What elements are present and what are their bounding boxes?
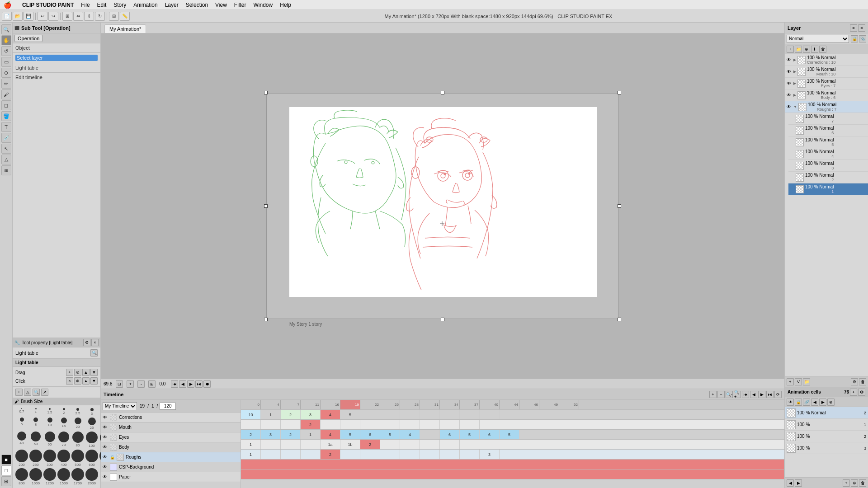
cell-eyes-2[interactable]: 2 — [281, 430, 301, 439]
handle-br[interactable] — [618, 318, 621, 321]
cell-eyes-1[interactable]: 3 — [261, 430, 281, 439]
cell-corr-12[interactable] — [480, 410, 500, 419]
fold-mouth[interactable]: ▶ — [793, 70, 796, 74]
cell-roughs-8[interactable] — [400, 450, 420, 459]
cell-corr-0[interactable]: 10 — [241, 410, 261, 419]
cell-roughs-12[interactable]: 3 — [480, 450, 500, 459]
cell-mouth-7[interactable] — [380, 420, 400, 429]
tl-play[interactable]: ▶ — [758, 391, 765, 398]
tl-add[interactable]: + — [709, 391, 717, 398]
brush-size-1500[interactable]: 1500 — [57, 468, 70, 485]
operation-button[interactable]: Operation — [14, 35, 42, 42]
layer-roughs-6[interactable]: 100 % Normal 6 — [788, 125, 868, 136]
canvas-tab[interactable]: My Animation* — [104, 24, 146, 33]
layer-mouth[interactable]: 👁 ▶ 100 % Normal Mouth : 10 — [785, 66, 868, 78]
cell-eyes-12[interactable]: 6 — [480, 430, 500, 439]
handle-bm[interactable] — [441, 318, 444, 321]
lm-btn1[interactable]: ◀ — [787, 479, 794, 487]
cell-paper[interactable] — [241, 469, 784, 479]
flip-v-btn[interactable]: ⇕ — [84, 12, 94, 21]
cell-roughs-11[interactable] — [460, 450, 480, 459]
cell-eyes-13[interactable]: 5 — [500, 430, 519, 439]
timeline-track-area[interactable]: 0 4 7 11 16 19 22 25 28 31 — [241, 400, 784, 488]
cell-body-7[interactable] — [380, 440, 400, 449]
brush-size-1700[interactable]: 1700 — [71, 468, 84, 485]
brush-size-250[interactable]: 250 — [29, 450, 42, 467]
cell-mouth-9[interactable] — [420, 420, 440, 429]
zoom-out[interactable]: - — [137, 380, 145, 388]
cell-corr-6[interactable] — [360, 410, 380, 419]
cell-roughs-0[interactable]: 1 — [241, 450, 261, 459]
cell-eyes-8[interactable]: 4 — [400, 430, 420, 439]
layer-eye-eyes[interactable]: 👁 — [787, 81, 792, 86]
eyedrop-tool[interactable]: 💉 — [1, 133, 11, 143]
fold-corrections[interactable]: ▶ — [793, 58, 796, 62]
layer-roughs-1[interactable]: 100 % Normal 1 — [788, 183, 868, 195]
layer-merge-down[interactable]: ⬇ — [811, 46, 818, 53]
cell-eyes-11[interactable]: 5 — [460, 430, 480, 439]
layer-corrections[interactable]: 👁 ▶ 100 % Normal Corrections : 10 — [785, 54, 868, 66]
light-table-label[interactable]: Light table — [15, 65, 98, 70]
cell-body-1[interactable] — [261, 440, 281, 449]
menu-app[interactable]: CLIP STUDIO PAINT — [22, 2, 74, 8]
brush-size-80[interactable]: 80 — [71, 432, 84, 448]
brush-size-40[interactable]: 40 — [15, 432, 28, 448]
grid-toggle[interactable]: ⊞ — [148, 380, 156, 388]
drag-btn4[interactable]: ▼ — [90, 369, 98, 376]
menu-window[interactable]: Window — [254, 2, 273, 8]
layer-settings[interactable]: ⚙ — [851, 378, 858, 385]
brush-size-2[interactable]: 2 — [57, 408, 70, 416]
layer-roughs-7[interactable]: 100 % Normal 7 — [788, 113, 868, 125]
brush-size-20[interactable]: 20 — [71, 418, 84, 430]
cell-roughs-10[interactable] — [440, 450, 460, 459]
foreground-color[interactable]: ■ — [1, 455, 11, 465]
layer-eyes[interactable]: 👁 ▶ 100 % Normal Eyes : 7 — [785, 78, 868, 89]
tool-property-options[interactable]: ⚙ — [83, 339, 90, 346]
menu-animation[interactable]: Animation — [133, 2, 157, 8]
cell-corr-4[interactable]: 4 — [321, 410, 340, 419]
cell-body-5[interactable]: 1b — [340, 440, 360, 449]
cell-corr-11[interactable] — [460, 410, 480, 419]
cell-roughs-9[interactable] — [420, 450, 440, 459]
flip-h-btn[interactable]: ⇔ — [73, 12, 83, 21]
fold-eyes[interactable]: ▶ — [793, 81, 796, 85]
handle-tl[interactable] — [264, 91, 268, 94]
timeline-name-select[interactable]: My Timeline — [103, 402, 137, 410]
brush-size-10[interactable]: 10 — [43, 418, 56, 430]
brush-size-5[interactable]: 5 — [15, 418, 28, 430]
cell-mouth-5[interactable] — [340, 420, 360, 429]
tl-eye-roughs[interactable]: 👁 — [103, 455, 108, 460]
click-btn1[interactable]: × — [66, 377, 73, 385]
lt-btn2[interactable]: △ — [24, 389, 31, 396]
open-btn[interactable]: 📂 — [13, 12, 23, 21]
cell-eyes-0[interactable]: 2 — [241, 430, 261, 439]
anim-settings[interactable]: ⚙ — [858, 389, 865, 396]
tl-zoom-out[interactable]: 🔍- — [726, 391, 733, 398]
anim-add[interactable]: + — [850, 389, 857, 396]
select-layer-label[interactable]: Select layer — [15, 55, 98, 61]
brush-size-50[interactable]: 50 — [29, 432, 42, 448]
anim-next-frame[interactable]: ▶ — [819, 399, 826, 406]
play-back[interactable]: ◀ — [179, 380, 186, 388]
lt-btn3[interactable]: 🔍 — [33, 389, 40, 396]
drag-btn2[interactable]: ⊙ — [74, 369, 81, 376]
ruler-btn[interactable]: 📏 — [120, 12, 130, 21]
canvas-drawing-area[interactable] — [289, 107, 597, 297]
cell-eyes-9[interactable] — [420, 430, 440, 439]
menu-edit[interactable]: Edit — [97, 2, 107, 8]
handle-tm[interactable] — [441, 91, 444, 94]
tl-eye-paper[interactable]: 👁 — [103, 474, 108, 480]
shape-tool[interactable]: △ — [1, 155, 11, 164]
brush-size-70[interactable]: 70 — [57, 432, 70, 448]
cell-eyes-10[interactable]: 6 — [440, 430, 460, 439]
rotate-tool[interactable]: ↺ — [1, 46, 11, 56]
cell-body-0[interactable]: 1 — [241, 440, 261, 449]
brush-size-500[interactable]: 500 — [71, 450, 84, 467]
brush-size-400[interactable]: 400 — [57, 450, 70, 467]
menu-file[interactable]: File — [81, 2, 90, 8]
cell-roughs-3[interactable] — [301, 450, 321, 459]
lm-copy[interactable]: ⊕ — [851, 479, 858, 487]
brush-size-200[interactable]: 200 — [15, 450, 28, 467]
menu-selection[interactable]: Selection — [186, 2, 208, 8]
brush-size-2.5[interactable]: 2.5 — [71, 408, 84, 416]
